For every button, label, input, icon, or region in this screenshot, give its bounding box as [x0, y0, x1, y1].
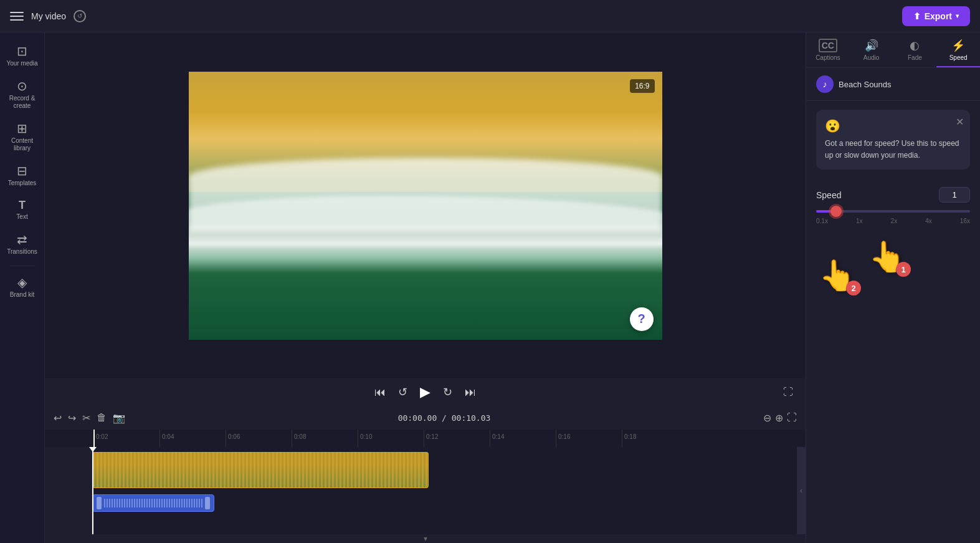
track-label-area: [45, 447, 92, 534]
timeline-collapse-arrow[interactable]: ‹: [797, 447, 806, 534]
video-canvas: [189, 72, 662, 340]
video-track[interactable]: [92, 452, 429, 488]
ruler-mark: 0:14: [490, 430, 556, 447]
wave-foam2: [189, 196, 662, 246]
sidebar-item-text[interactable]: T Text: [2, 195, 42, 226]
fullscreen-timeline-button[interactable]: ⛶: [787, 412, 797, 423]
audio-icon: 🔊: [865, 39, 878, 52]
ruler-mark: 0:02: [93, 430, 159, 447]
sidebar-item-label: Templates: [8, 180, 37, 187]
audio-track-handle-right: [205, 497, 210, 509]
transitions-icon: ⇄: [17, 233, 27, 246]
record-create-icon: ⊙: [17, 80, 27, 92]
timeline-toolbar: ↩ ↪ ✂ 🗑 📷 00:00.00 / 00:10.03 ⊖ ⊕ ⛶: [45, 406, 806, 430]
redo-button[interactable]: ↪: [68, 412, 76, 424]
playback-controls: ⏮ ↺ ▶ ↻ ⏭ ⛶: [45, 378, 806, 406]
speed-label: Speed: [816, 190, 841, 200]
sidebar-item-label: Brand kit: [10, 291, 34, 299]
track-container: ‹: [45, 447, 806, 534]
undo-button[interactable]: ↩: [54, 412, 62, 424]
speed-slider-thumb[interactable]: [830, 206, 842, 217]
timeline-ruler: 0:02 0:04 0:06 0:08 0:10 0:12 0:14 0:16 …: [45, 430, 806, 447]
tab-audio[interactable]: 🔊 Audio: [850, 32, 893, 67]
speed-slider-container[interactable]: [816, 210, 970, 213]
project-name[interactable]: My video: [31, 11, 66, 21]
save-status-icon[interactable]: ↺: [74, 10, 86, 22]
audio-track[interactable]: [92, 494, 214, 512]
playhead-triangle: [89, 447, 97, 452]
speed-icon: ⚡: [951, 39, 965, 52]
speed-header: Speed: [816, 187, 970, 203]
sidebar-item-record-create[interactable]: ⊙ Record &create: [2, 75, 42, 115]
tooltip-emoji: 😮: [825, 118, 961, 133]
forward-button[interactable]: ↻: [443, 385, 452, 399]
tab-label: Audio: [863, 54, 880, 61]
ruler-mark: 0:10: [358, 430, 424, 447]
ruler-mark: 0:08: [292, 430, 358, 447]
content-library-icon: ⊞: [17, 122, 27, 135]
main-layout: ⊡ Your media ⊙ Record &create ⊞ Contentl…: [0, 32, 980, 543]
expand-button[interactable]: ⛶: [783, 387, 793, 398]
topbar-right: ⬆ Export ▾: [902, 6, 970, 26]
tab-speed[interactable]: ⚡ Speed: [936, 32, 980, 67]
ruler-mark: 0:04: [159, 430, 226, 447]
tab-label: Captions: [816, 54, 840, 61]
tab-fade[interactable]: ◐ Fade: [893, 32, 937, 67]
tab-label: Fade: [908, 54, 922, 61]
timeline-bottom-collapse[interactable]: ▾: [45, 534, 806, 543]
sidebar-item-label: Contentlibrary: [11, 137, 33, 152]
video-container: 16:9 ?: [189, 72, 662, 340]
skip-forward-button[interactable]: ⏭: [465, 386, 476, 399]
zoom-out-button[interactable]: ⊖: [763, 412, 771, 424]
right-panel-tabs: CC Captions 🔊 Audio ◐ Fade ⚡ Speed: [806, 32, 980, 68]
speed-marks: 0.1x 1x 2x 4x 16x: [816, 218, 970, 224]
sidebar-item-label: Record &create: [9, 95, 36, 110]
export-button[interactable]: ⬆ Export ▾: [902, 6, 970, 26]
sidebar-item-your-media[interactable]: ⊡ Your media: [2, 40, 42, 72]
sidebar-item-content-library[interactable]: ⊞ Contentlibrary: [2, 117, 42, 157]
zoom-in-button[interactable]: ⊕: [775, 412, 783, 424]
center-content: 16:9 ? ⏮ ↺ ▶ ↻ ⏭ ⛶ ↩ ↪ ✂ 🗑 📷 00:00.00: [45, 32, 806, 543]
timeline-area: ↩ ↪ ✂ 🗑 📷 00:00.00 / 00:10.03 ⊖ ⊕ ⛶: [45, 406, 806, 543]
fade-icon: ◐: [910, 39, 920, 52]
speed-mark: 0.1x: [816, 218, 828, 224]
cursor-overlay-area: 👆 1 👆 2: [806, 233, 980, 308]
tooltip-close-button[interactable]: ✕: [956, 116, 964, 128]
cursor-hand-1: 👆 1: [868, 239, 906, 274]
delete-button[interactable]: 🗑: [97, 412, 107, 423]
ruler-mark: 0:18: [622, 430, 688, 447]
sidebar-item-transitions[interactable]: ⇄ Transitions: [2, 228, 42, 261]
track-content-area[interactable]: [92, 447, 797, 534]
sidebar-item-brand-kit[interactable]: ◈ Brand kit: [2, 271, 42, 304]
rewind-button[interactable]: ↺: [398, 385, 407, 399]
cursor-hand-2: 👆 2: [819, 258, 856, 293]
save-frame-button[interactable]: 📷: [113, 412, 125, 424]
ruler-mark: 0:06: [226, 430, 292, 447]
ratio-badge: 16:9: [630, 79, 654, 93]
audio-title: Beach Sounds: [839, 80, 892, 89]
skip-back-button[interactable]: ⏮: [374, 386, 386, 399]
cut-button[interactable]: ✂: [82, 412, 90, 424]
tab-captions[interactable]: CC Captions: [806, 32, 850, 67]
speed-input[interactable]: [939, 187, 970, 203]
zoom-controls: ⊖ ⊕ ⛶: [763, 412, 797, 424]
tooltip-text: Got a need for speed? Use this to speed …: [825, 139, 959, 160]
sidebar-item-templates[interactable]: ⊟ Templates: [2, 160, 42, 192]
speed-mark: 1x: [856, 218, 863, 224]
templates-icon: ⊟: [17, 165, 27, 177]
speed-mark: 2x: [891, 218, 898, 224]
video-track-segment: [92, 452, 429, 488]
ruler-mark: 0:12: [424, 430, 490, 447]
topbar: My video ↺ ⬆ Export ▾: [0, 0, 980, 32]
menu-button[interactable]: [10, 9, 24, 23]
audio-header: ♪ Beach Sounds: [806, 68, 980, 101]
speed-section: Speed 0.1x 1x 2x 4x 16x: [806, 178, 980, 233]
playhead-line: [92, 447, 93, 534]
topbar-left: My video ↺: [10, 9, 86, 23]
play-button[interactable]: ▶: [420, 384, 431, 400]
audio-track-handle-left: [97, 497, 102, 509]
speed-mark: 16x: [960, 218, 970, 224]
help-button[interactable]: ?: [630, 307, 654, 331]
speed-tooltip: ✕ 😮 Got a need for speed? Use this to sp…: [816, 110, 970, 170]
timeline-time: 00:00.00 / 00:10.03: [398, 413, 491, 423]
